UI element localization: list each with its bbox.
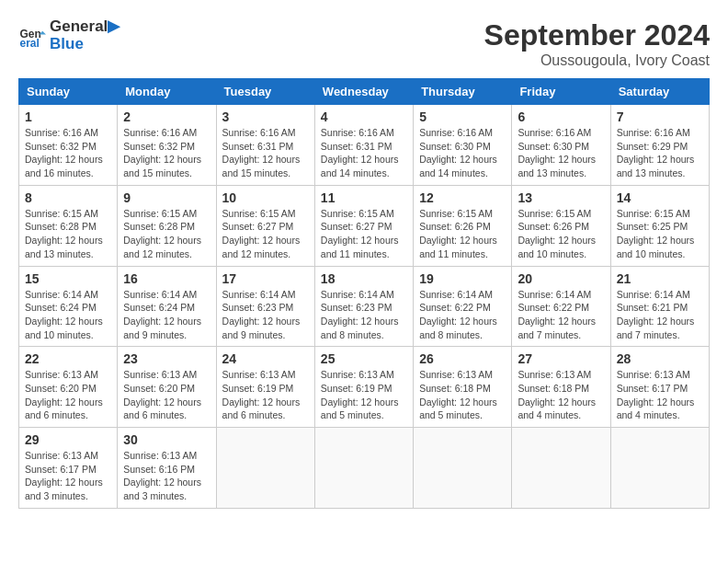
- day-cell-19: 19 Sunrise: 6:14 AMSunset: 6:22 PMDaylig…: [414, 266, 512, 347]
- day-number: 24: [222, 351, 309, 366]
- day-info: Sunrise: 6:13 AMSunset: 6:18 PMDaylight:…: [419, 368, 506, 422]
- day-cell-empty: [414, 428, 512, 509]
- day-info: Sunrise: 6:14 AMSunset: 6:21 PMDaylight:…: [617, 288, 703, 342]
- day-info: Sunrise: 6:16 AMSunset: 6:31 PMDaylight:…: [222, 126, 309, 180]
- day-cell-17: 17 Sunrise: 6:14 AMSunset: 6:23 PMDaylig…: [216, 266, 314, 347]
- day-cell-30: 30 Sunrise: 6:13 AMSunset: 6:16 PMDaylig…: [118, 428, 216, 509]
- day-info: Sunrise: 6:16 AMSunset: 6:31 PMDaylight:…: [321, 126, 407, 180]
- day-number: 4: [321, 109, 407, 124]
- day-cell-3: 3 Sunrise: 6:16 AMSunset: 6:31 PMDayligh…: [216, 105, 314, 186]
- day-info: Sunrise: 6:14 AMSunset: 6:22 PMDaylight:…: [518, 288, 604, 342]
- day-number: 17: [222, 271, 309, 286]
- day-number: 7: [617, 109, 703, 124]
- day-cell-24: 24 Sunrise: 6:13 AMSunset: 6:19 PMDaylig…: [216, 347, 314, 428]
- day-cell-7: 7 Sunrise: 6:16 AMSunset: 6:29 PMDayligh…: [610, 105, 709, 186]
- day-cell-28: 28 Sunrise: 6:13 AMSunset: 6:17 PMDaylig…: [610, 347, 709, 428]
- calendar-table: Sunday Monday Tuesday Wednesday Thursday…: [18, 78, 710, 509]
- page-header: Gen eral General▶ Blue September 2024 Ou…: [18, 18, 710, 69]
- day-info: Sunrise: 6:16 AMSunset: 6:32 PMDaylight:…: [25, 126, 111, 180]
- day-info: Sunrise: 6:14 AMSunset: 6:24 PMDaylight:…: [123, 288, 210, 342]
- header-thursday: Thursday: [414, 79, 512, 105]
- day-info: Sunrise: 6:14 AMSunset: 6:23 PMDaylight:…: [321, 288, 407, 342]
- day-info: Sunrise: 6:13 AMSunset: 6:18 PMDaylight:…: [518, 368, 604, 422]
- logo-line2: Blue: [50, 36, 119, 53]
- day-number: 13: [518, 190, 604, 205]
- week-row-3: 15 Sunrise: 6:14 AMSunset: 6:24 PMDaylig…: [19, 266, 710, 347]
- day-number: 3: [222, 109, 309, 124]
- day-number: 21: [617, 271, 703, 286]
- day-number: 15: [25, 271, 111, 286]
- day-cell-22: 22 Sunrise: 6:13 AMSunset: 6:20 PMDaylig…: [19, 347, 118, 428]
- day-number: 19: [419, 271, 506, 286]
- day-cell-16: 16 Sunrise: 6:14 AMSunset: 6:24 PMDaylig…: [118, 266, 216, 347]
- week-row-4: 22 Sunrise: 6:13 AMSunset: 6:20 PMDaylig…: [19, 347, 710, 428]
- day-cell-empty: [216, 428, 314, 509]
- day-cell-23: 23 Sunrise: 6:13 AMSunset: 6:20 PMDaylig…: [118, 347, 216, 428]
- week-row-1: 1 Sunrise: 6:16 AMSunset: 6:32 PMDayligh…: [19, 105, 710, 186]
- day-number: 29: [25, 432, 111, 447]
- day-number: 14: [617, 190, 703, 205]
- logo-line1: General▶: [50, 18, 119, 36]
- day-number: 27: [518, 351, 604, 366]
- day-number: 23: [123, 351, 210, 366]
- logo-icon: Gen eral: [18, 22, 46, 50]
- day-number: 16: [123, 271, 210, 286]
- day-info: Sunrise: 6:13 AMSunset: 6:17 PMDaylight:…: [617, 368, 703, 422]
- calendar-header-row: Sunday Monday Tuesday Wednesday Thursday…: [19, 79, 710, 105]
- header-monday: Monday: [118, 79, 216, 105]
- day-info: Sunrise: 6:16 AMSunset: 6:30 PMDaylight:…: [518, 126, 604, 180]
- day-number: 25: [321, 351, 407, 366]
- day-cell-18: 18 Sunrise: 6:14 AMSunset: 6:23 PMDaylig…: [314, 266, 413, 347]
- day-info: Sunrise: 6:13 AMSunset: 6:17 PMDaylight:…: [25, 449, 111, 503]
- day-cell-26: 26 Sunrise: 6:13 AMSunset: 6:18 PMDaylig…: [414, 347, 512, 428]
- day-info: Sunrise: 6:14 AMSunset: 6:22 PMDaylight:…: [419, 288, 506, 342]
- day-cell-20: 20 Sunrise: 6:14 AMSunset: 6:22 PMDaylig…: [512, 266, 610, 347]
- day-number: 30: [123, 432, 210, 447]
- day-number: 6: [518, 109, 604, 124]
- day-cell-15: 15 Sunrise: 6:14 AMSunset: 6:24 PMDaylig…: [19, 266, 118, 347]
- location-title: Oussougoula, Ivory Coast: [484, 52, 710, 69]
- title-block: September 2024 Oussougoula, Ivory Coast: [484, 18, 710, 69]
- day-info: Sunrise: 6:13 AMSunset: 6:19 PMDaylight:…: [321, 368, 407, 422]
- day-cell-25: 25 Sunrise: 6:13 AMSunset: 6:19 PMDaylig…: [314, 347, 413, 428]
- day-cell-5: 5 Sunrise: 6:16 AMSunset: 6:30 PMDayligh…: [414, 105, 512, 186]
- day-number: 11: [321, 190, 407, 205]
- day-number: 10: [222, 190, 309, 205]
- day-number: 5: [419, 109, 506, 124]
- header-wednesday: Wednesday: [314, 79, 413, 105]
- day-cell-4: 4 Sunrise: 6:16 AMSunset: 6:31 PMDayligh…: [314, 105, 413, 186]
- day-info: Sunrise: 6:15 AMSunset: 6:28 PMDaylight:…: [123, 207, 210, 261]
- week-row-2: 8 Sunrise: 6:15 AMSunset: 6:28 PMDayligh…: [19, 185, 710, 266]
- day-cell-9: 9 Sunrise: 6:15 AMSunset: 6:28 PMDayligh…: [118, 185, 216, 266]
- day-cell-10: 10 Sunrise: 6:15 AMSunset: 6:27 PMDaylig…: [216, 185, 314, 266]
- day-info: Sunrise: 6:13 AMSunset: 6:19 PMDaylight:…: [222, 368, 309, 422]
- day-info: Sunrise: 6:16 AMSunset: 6:32 PMDaylight:…: [123, 126, 210, 180]
- header-friday: Friday: [512, 79, 610, 105]
- month-title: September 2024: [484, 18, 710, 52]
- day-cell-empty: [512, 428, 610, 509]
- day-cell-8: 8 Sunrise: 6:15 AMSunset: 6:28 PMDayligh…: [19, 185, 118, 266]
- day-info: Sunrise: 6:16 AMSunset: 6:29 PMDaylight:…: [617, 126, 703, 180]
- day-info: Sunrise: 6:16 AMSunset: 6:30 PMDaylight:…: [419, 126, 506, 180]
- day-info: Sunrise: 6:15 AMSunset: 6:27 PMDaylight:…: [222, 207, 309, 261]
- day-number: 20: [518, 271, 604, 286]
- day-cell-empty: [610, 428, 709, 509]
- header-sunday: Sunday: [19, 79, 118, 105]
- day-info: Sunrise: 6:15 AMSunset: 6:25 PMDaylight:…: [617, 207, 703, 261]
- day-cell-27: 27 Sunrise: 6:13 AMSunset: 6:18 PMDaylig…: [512, 347, 610, 428]
- day-info: Sunrise: 6:15 AMSunset: 6:27 PMDaylight:…: [321, 207, 407, 261]
- day-info: Sunrise: 6:13 AMSunset: 6:16 PMDaylight:…: [123, 449, 210, 503]
- day-cell-empty: [314, 428, 413, 509]
- day-info: Sunrise: 6:15 AMSunset: 6:26 PMDaylight:…: [518, 207, 604, 261]
- day-number: 9: [123, 190, 210, 205]
- header-saturday: Saturday: [610, 79, 709, 105]
- day-info: Sunrise: 6:15 AMSunset: 6:26 PMDaylight:…: [419, 207, 506, 261]
- day-number: 2: [123, 109, 210, 124]
- day-cell-14: 14 Sunrise: 6:15 AMSunset: 6:25 PMDaylig…: [610, 185, 709, 266]
- day-info: Sunrise: 6:13 AMSunset: 6:20 PMDaylight:…: [25, 368, 111, 422]
- day-cell-29: 29 Sunrise: 6:13 AMSunset: 6:17 PMDaylig…: [19, 428, 118, 509]
- day-cell-2: 2 Sunrise: 6:16 AMSunset: 6:32 PMDayligh…: [118, 105, 216, 186]
- day-cell-6: 6 Sunrise: 6:16 AMSunset: 6:30 PMDayligh…: [512, 105, 610, 186]
- day-cell-11: 11 Sunrise: 6:15 AMSunset: 6:27 PMDaylig…: [314, 185, 413, 266]
- day-number: 26: [419, 351, 506, 366]
